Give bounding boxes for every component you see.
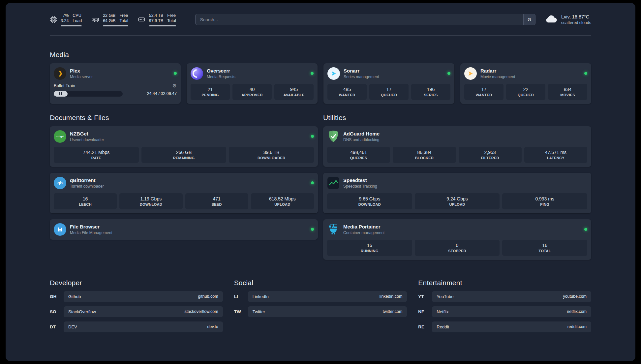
media-grid: ❯ Plex Media server Bullet Train ⚙ <box>50 63 591 104</box>
stat-tile: 498,461 QUERIES <box>327 147 390 163</box>
stat-label: SEED <box>187 202 247 206</box>
app-desc: Torrent downloader <box>70 184 104 189</box>
stat-tile: 0 STOPPED <box>415 240 500 256</box>
ram-total-label: Total <box>119 18 128 23</box>
gear-icon[interactable]: ⚙ <box>172 83 177 88</box>
stat-tile: 17 WANTED <box>464 84 504 100</box>
search-engine-button[interactable]: G <box>523 14 535 25</box>
app-card-portainer[interactable]: Media Portainer Container management 16 … <box>323 219 591 260</box>
cpu-widget: 7% 3.24 CPU Load <box>50 13 82 26</box>
bookmark-link-twitter[interactable]: Twitter twitter.com <box>248 306 407 317</box>
pause-icon[interactable] <box>59 92 62 95</box>
app-desc: Series management <box>344 75 379 79</box>
app-desc: Media server <box>70 75 93 79</box>
status-dot <box>311 135 314 138</box>
bookmark-link-stackoverflow[interactable]: StackOverflow stackoverflow.com <box>64 306 223 317</box>
app-name: Speedtest <box>343 177 377 183</box>
bookmark-link-linkedin[interactable]: LinkedIn linkedin.com <box>248 291 407 302</box>
app-card-adguard[interactable]: AdGuard Home DNS and adblocking 498,461 … <box>323 126 591 167</box>
stat-label: AVAILABLE <box>276 93 312 97</box>
stat-value: 0 <box>416 243 499 248</box>
stat-tile: 86,384 BLOCKED <box>393 147 456 163</box>
stat-label: DOWNLOAD <box>328 202 411 206</box>
stat-tile: 266 GB REMAINING <box>141 147 227 163</box>
disk-widget: 52.4 TB 97.9 TB Free Total <box>137 13 176 26</box>
app-card-speedtest[interactable]: Speedtest Speedtest Tracking 9.65 Gbps D… <box>323 173 591 213</box>
bookmark-abbr: YT <box>418 294 427 299</box>
stat-label: WANTED <box>329 93 365 97</box>
playback-progress[interactable] <box>54 91 123 97</box>
stat-tile: 16 RUNNING <box>327 240 412 256</box>
bookmark-link-netflix[interactable]: Netflix netflix.com <box>432 306 591 317</box>
disk-progress-bar <box>149 25 176 26</box>
app-card-qbittorrent[interactable]: qb qBittorrent Torrent downloader 16 LEE… <box>50 173 318 213</box>
now-playing-title: Bullet Train <box>54 83 75 88</box>
app-desc: Usenet downloader <box>70 137 104 142</box>
bookmark-row: YT YouTube youtube.com <box>418 291 591 302</box>
disk-free-value: 52.4 TB <box>149 13 164 18</box>
plex-icon: ❯ <box>54 67 66 80</box>
stat-tile: 22 QUEUED <box>506 84 545 100</box>
stat-value: 86,384 <box>394 150 454 155</box>
stat-tile: 1.19 Gbps DOWNLOAD <box>119 193 182 209</box>
bookmark-name: LinkedIn <box>253 294 269 299</box>
stat-tile: 40 APPROVED <box>232 84 272 100</box>
bookmark-row: GH Github github.com <box>50 291 223 302</box>
app-card-nzbget[interactable]: nzbget NZBGet Usenet downloader 744.21 M… <box>50 126 318 167</box>
app-name: Sonarr <box>344 68 379 74</box>
stat-value: 618.52 Mbps <box>252 196 313 201</box>
bookmark-link-github[interactable]: Github github.com <box>64 291 223 302</box>
nzbget-icon: nzbget <box>54 130 66 143</box>
bookmark-group-entertainment: Entertainment YT YouTube youtube.com NF … <box>418 279 591 332</box>
section-title-entertainment: Entertainment <box>418 279 591 287</box>
stat-tile: 618.52 Mbps UPLOAD <box>251 193 314 209</box>
bookmark-link-reddit[interactable]: Reddit reddit.com <box>432 321 591 332</box>
stat-label: UPLOAD <box>252 202 313 206</box>
disk-free-label: Free <box>167 13 176 18</box>
bookmark-url: github.com <box>198 294 218 299</box>
status-dot <box>311 181 314 184</box>
sonarr-icon <box>327 67 340 80</box>
stat-value: 40 <box>234 87 270 92</box>
app-card-sonarr[interactable]: Sonarr Series management 485 WANTED 17 Q… <box>323 63 454 104</box>
cpu-load-label: Load <box>73 18 82 23</box>
ram-widget: 22 GiB 64 GiB Free Total <box>91 13 128 26</box>
bookmark-abbr: SO <box>50 309 59 314</box>
stat-label: RATE <box>55 156 137 160</box>
cpu-progress-bar <box>61 25 82 26</box>
app-card-radarr[interactable]: Radarr Movie management 17 WANTED 22 QUE… <box>460 63 591 104</box>
bookmark-group-social: Social LI LinkedIn linkedin.com TW Twitt… <box>234 279 407 317</box>
utilities-column: Utilities AdGuard Home DNS and adblockin… <box>323 114 591 260</box>
stat-label: DOWNLOAD <box>121 202 181 206</box>
bookmark-row: TW Twitter twitter.com <box>234 306 407 317</box>
cpu-icon <box>50 16 57 23</box>
stat-value: 17 <box>466 87 502 92</box>
app-desc: Media File Management <box>70 230 112 235</box>
stat-tile: 485 WANTED <box>327 84 367 100</box>
stat-value: 9.24 Gbps <box>416 196 499 201</box>
qbittorrent-icon: qb <box>54 177 66 189</box>
status-dot <box>311 228 314 231</box>
bookmark-row: LI LinkedIn linkedin.com <box>234 291 407 302</box>
stat-tile: 16 LEECH <box>54 193 117 209</box>
stat-tile: 744.21 Mbps RATE <box>54 147 139 163</box>
app-card-overseerr[interactable]: Overseerr Media Requests 21 PENDING 40 A… <box>187 63 318 104</box>
app-card-plex[interactable]: ❯ Plex Media server Bullet Train ⚙ <box>50 63 181 104</box>
app-card-filebrowser[interactable]: File Browser Media File Management <box>50 219 318 240</box>
bookmark-url: netflix.com <box>567 309 587 314</box>
bookmark-link-youtube[interactable]: YouTube youtube.com <box>432 291 591 302</box>
ram-total-value: 64 GiB <box>103 18 115 23</box>
bookmark-link-dev[interactable]: DEV dev.to <box>64 321 223 332</box>
stat-label: QUEUED <box>507 93 544 97</box>
bookmark-url: youtube.com <box>563 294 587 299</box>
bookmark-abbr: GH <box>50 294 59 299</box>
search-input[interactable] <box>195 14 535 25</box>
radarr-icon <box>464 67 477 80</box>
bookmark-name: Netflix <box>437 309 448 314</box>
app-name: Radarr <box>480 68 515 74</box>
stat-value: 0.993 ms <box>504 196 586 201</box>
dashboard-page: 7% 3.24 CPU Load <box>6 3 635 361</box>
stat-label: PENDING <box>192 93 229 97</box>
overseerr-icon <box>191 67 203 80</box>
bookmark-row: NF Netflix netflix.com <box>418 306 591 317</box>
